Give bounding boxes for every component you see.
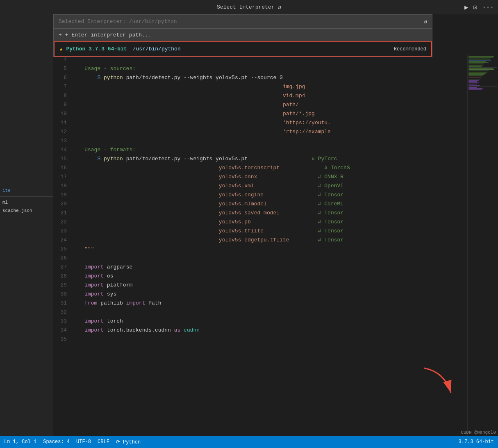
minimap-line	[468, 78, 497, 78]
status-bar: Ln 1, Col 1 Spaces: 4 UTF-8 CRLF ⟳ Pytho…	[0, 436, 498, 448]
code-line-20: 20 yolov5s.mlmodel # CoreML	[53, 200, 498, 209]
code-line-5: 5 Usage - sources:	[53, 64, 498, 73]
code-line-30: 30 import sys	[53, 290, 498, 299]
minimap-line	[468, 74, 484, 75]
code-line-24: 24 yolov5s_edgetpu.tflite # Tensor	[53, 236, 498, 245]
title-text: Select Interpreter	[217, 4, 274, 10]
code-line-22: 22 yolov5s.pb # Tensor	[53, 218, 498, 227]
minimap-line	[468, 67, 497, 68]
minimap-line	[468, 85, 480, 86]
code-line-11: 11 'https://youtu.	[53, 118, 498, 127]
minimap-line	[468, 81, 477, 82]
interpreter-dropdown: ↺ + + Enter interpreter path... ★ Python…	[53, 14, 432, 57]
code-line-29: 29 import platform	[53, 281, 498, 290]
minimap-line	[468, 69, 494, 70]
code-editor[interactable]: 4 5 Usage - sources: 6 $ python path/to/…	[53, 55, 498, 436]
window-title: Select Interpreter ↺	[217, 4, 281, 11]
code-line-9: 9 path/	[53, 100, 498, 109]
minimap-line	[468, 73, 486, 74]
minimap-line	[468, 70, 489, 71]
code-line-6: 6 $ python path/to/detect.py --weights y…	[53, 73, 498, 82]
minimap-line	[468, 56, 494, 57]
interpreter-search-input[interactable]	[59, 18, 421, 25]
status-position[interactable]: Ln 1, Col 1	[4, 439, 36, 445]
code-line-12: 12 'rtsp://example	[53, 127, 498, 136]
python-interpreter-option[interactable]: ★ Python 3.7.3 64-bit /usr/bin/python Re…	[54, 41, 432, 57]
minimap-line	[468, 68, 493, 69]
code-line-34: 34 import torch.backends.cudnn as cudnn	[53, 326, 498, 335]
code-line-13: 13	[53, 136, 498, 146]
minimap-line	[468, 88, 483, 89]
interpreter-search-row: ↺	[54, 15, 432, 29]
minimap-line	[468, 64, 484, 64]
code-line-7: 7 img.jpg	[53, 82, 498, 91]
code-line-32: 32	[53, 308, 498, 317]
minimap-line	[468, 57, 493, 58]
play-button[interactable]: ▶	[464, 3, 468, 11]
more-button[interactable]: ···	[482, 4, 494, 11]
watermark: CSDN @Mangol0	[461, 430, 496, 435]
code-line-15: 15 $ python path/to/detect.py --weights …	[53, 155, 498, 164]
code-line-17: 17 yolov5s.onnx # ONNX R	[53, 173, 498, 182]
minimap-line	[468, 75, 483, 76]
code-line-33: 33 import torch	[53, 317, 498, 326]
status-spaces[interactable]: Spaces: 4	[43, 439, 70, 445]
code-line-10: 10 path/*.jpg	[53, 109, 498, 118]
code-line-19: 19 yolov5s.engine # Tensor	[53, 191, 498, 200]
minimap-line	[468, 77, 482, 77]
minimap-line	[468, 82, 479, 83]
sidebar-divider	[0, 196, 53, 197]
sidebar-item-scache[interactable]: scache.json	[0, 207, 53, 215]
minimap-lines	[468, 55, 498, 91]
minimap-line	[468, 79, 480, 80]
refresh-title-icon[interactable]: ↺	[278, 4, 281, 11]
status-encoding[interactable]: UTF-8	[76, 439, 91, 445]
minimap-line	[468, 61, 486, 62]
minimap-line	[468, 65, 483, 66]
sidebar-item-ite[interactable]: ite	[0, 186, 53, 195]
enter-interpreter-path-row[interactable]: + + Enter interpreter path...	[54, 29, 432, 41]
main-editor-area: ↺ + + Enter interpreter path... ★ Python…	[53, 14, 498, 436]
code-line-8: 8 vid.mp4	[53, 91, 498, 100]
status-line-ending[interactable]: CRLF	[98, 439, 109, 445]
status-right: 3.7.3 64-bit	[459, 439, 494, 445]
minimap-line	[468, 66, 482, 67]
code-line-23: 23 yolov5s.tflite # Tensor	[53, 227, 498, 236]
interpreter-path: /usr/bin/python	[133, 46, 181, 52]
plus-icon: +	[59, 32, 62, 38]
minimap-line	[468, 87, 477, 88]
minimap-line	[468, 80, 479, 81]
status-python-version[interactable]: 3.7.3 64-bit	[459, 439, 494, 445]
star-icon: ★	[59, 45, 63, 52]
minimap-line	[468, 62, 489, 63]
status-language[interactable]: ⟳ Python	[116, 439, 141, 445]
interpreter-name: Python 3.7.3 64-bit	[66, 46, 127, 52]
split-button[interactable]: ⊡	[473, 3, 478, 11]
minimap-line	[468, 72, 487, 73]
code-line-16: 16 yolov5s.torchscript # TorchS	[53, 164, 498, 173]
minimap-line	[468, 84, 477, 84]
minimap-line	[468, 89, 482, 90]
code-line-14: 14 Usage - formats:	[53, 146, 498, 155]
option-left: ★ Python 3.7.3 64-bit /usr/bin/python	[59, 45, 181, 52]
sidebar: ite ml scache.json	[0, 14, 53, 436]
enter-path-label: + Enter interpreter path...	[65, 32, 152, 38]
code-line-28: 28 import os	[53, 272, 498, 281]
code-line-35: 35	[53, 335, 498, 344]
title-actions: ▶ ⊡ ···	[464, 3, 494, 11]
minimap-line	[468, 59, 490, 59]
minimap-line	[468, 86, 497, 86]
sidebar-item-ml[interactable]: ml	[0, 198, 53, 207]
refresh-icon[interactable]: ↺	[424, 18, 427, 25]
code-line-26: 26	[53, 254, 498, 263]
code-line-27: 27 import argparse	[53, 263, 498, 272]
code-line-18: 18 yolov5s.xml # OpenVI	[53, 182, 498, 191]
minimap	[467, 55, 498, 436]
title-bar: Select Interpreter ↺ ▶ ⊡ ···	[0, 0, 498, 14]
recommended-badge: Recommended	[394, 46, 426, 52]
code-line-25: 25 """	[53, 245, 498, 254]
minimap-line	[468, 60, 491, 61]
code-line-31: 31 from pathlib import Path	[53, 299, 498, 308]
code-line-21: 21 yolov5s_saved_model # Tensor	[53, 209, 498, 218]
